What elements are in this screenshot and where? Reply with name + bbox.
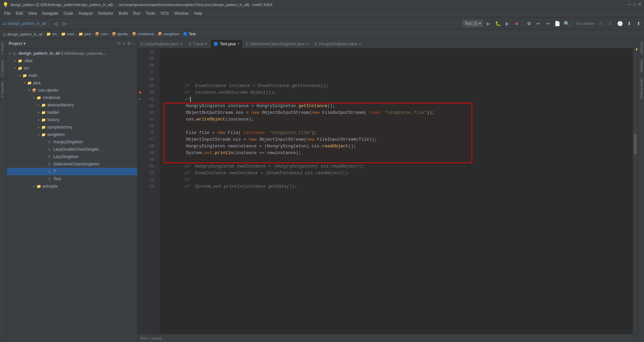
git-check-1[interactable]: ✓ bbox=[597, 19, 605, 28]
close-btn[interactable]: ✕ bbox=[638, 2, 641, 7]
linenum-43: 43 bbox=[142, 109, 157, 116]
design-pattern-project-link[interactable]: 🗂 design_pattern_in_all bbox=[1, 21, 47, 26]
tree-item-src[interactable]: ▾ 📁 src bbox=[7, 64, 137, 72]
right-tab-ant[interactable]: Ant Build bbox=[638, 39, 644, 57]
tree-item-staticinnerclass[interactable]: C StaticInnerClassSingleton bbox=[7, 160, 137, 168]
editor-content[interactable]: 🔖 ▶ 34 35 36 37 bbox=[138, 48, 637, 334]
breadcrumb-item-7[interactable]: 📦 songleton bbox=[158, 32, 179, 36]
menu-item-file[interactable]: File bbox=[1, 10, 13, 16]
arrow-factory: ▸ bbox=[36, 118, 41, 121]
menu-item-tools[interactable]: Tools bbox=[143, 10, 158, 16]
tree-item-builder[interactable]: ▸ 📁 builder bbox=[7, 109, 137, 116]
stop-btn[interactable]: ■ bbox=[513, 19, 521, 28]
menu-item-edit[interactable]: Edit bbox=[13, 10, 25, 16]
tree-item-main[interactable]: ▾ 📁 main bbox=[7, 72, 137, 79]
label-java: java bbox=[33, 81, 41, 85]
menu-item-help[interactable]: Help bbox=[191, 10, 205, 16]
close-panel-btn[interactable]: − bbox=[133, 41, 135, 46]
breadcrumb-project-icon: 🗂 bbox=[3, 32, 7, 37]
menu-item-navigate[interactable]: Navigate bbox=[40, 10, 61, 16]
tree-item-principle[interactable]: ▸ 📁 principle bbox=[7, 183, 137, 190]
tab-label-lazysingleton: LazySingleton.java bbox=[145, 42, 179, 46]
menu-item-refactor[interactable]: Refactor bbox=[96, 10, 116, 16]
forward-btn[interactable]: ▷ bbox=[61, 19, 69, 28]
breadcrumb-item-0[interactable]: design_pattern_in_all bbox=[7, 32, 43, 36]
sync-btn[interactable]: ⟳ bbox=[117, 41, 121, 46]
minimize-btn[interactable]: ─ bbox=[628, 2, 631, 7]
menu-item-window[interactable]: Window bbox=[171, 10, 191, 16]
menu-item-code[interactable]: Code bbox=[61, 10, 76, 16]
tab-close-test[interactable]: ✕ bbox=[237, 42, 240, 46]
coverage-btn[interactable]: ▶ bbox=[503, 19, 511, 28]
right-tab-maven[interactable]: Maven Projects bbox=[638, 76, 644, 102]
breadcrumb-item-6[interactable]: 📦 creational bbox=[132, 32, 154, 36]
project-panel: Project ▾ ⟳ ≡ ⚙ − ▾ 🗂 design_pattern_in_… bbox=[7, 39, 138, 342]
git-history[interactable]: 🕐 bbox=[616, 19, 624, 28]
settings-icon[interactable]: ⚙ bbox=[127, 41, 131, 46]
debug-btn[interactable]: 🐛 bbox=[494, 19, 502, 28]
tree-item-t[interactable]: C T bbox=[7, 168, 137, 175]
editor-scrollbar[interactable] bbox=[633, 48, 637, 334]
breadcrumb-item-3[interactable]: 📁 java bbox=[78, 32, 91, 36]
tab-staticinnerclass[interactable]: C StaticInnerClassSingleton.java ✕ bbox=[243, 39, 312, 48]
tree-item-root[interactable]: ▾ 🗂 design_pattern_in_all E:\IDEA\design… bbox=[7, 50, 137, 57]
label-songleton: songleton bbox=[47, 132, 65, 137]
tree-item-abstractfactory[interactable]: ▸ 📁 abstractfactory bbox=[7, 101, 137, 109]
tab-hungrysingleton[interactable]: C HungrySingleton.java ✕ bbox=[312, 39, 364, 48]
menu-item-build[interactable]: Build bbox=[116, 10, 130, 16]
tree-item-factory[interactable]: ▸ 📁 factory bbox=[7, 116, 137, 124]
tree-item-songleton[interactable]: ▾ 📁 songleton bbox=[7, 131, 137, 138]
tree-item-lazydoublecheck[interactable]: C LazyDoubleCheckSinglet... bbox=[7, 146, 137, 153]
tab-close-t[interactable]: ✕ bbox=[205, 42, 207, 46]
run-btn[interactable]: ▶ bbox=[484, 19, 492, 28]
tree-item-java[interactable]: ▾ 📁 java bbox=[7, 79, 137, 87]
tab-t[interactable]: C T.java ✕ bbox=[185, 39, 210, 48]
tree-item-comqianliu[interactable]: ▾ 📦 com.qianliu bbox=[7, 87, 137, 94]
copy-path-btn[interactable]: 📄 bbox=[553, 19, 561, 28]
tree-item-creational[interactable]: ▾ 📁 creational bbox=[7, 94, 137, 101]
git-pull[interactable]: ⬇ bbox=[625, 19, 633, 28]
run-config-selector[interactable]: Test (3) ▾ bbox=[462, 20, 483, 27]
gutter-34 bbox=[138, 49, 142, 56]
code-line-52: // EnumInstance newInstance = (EnumInsta… bbox=[164, 170, 633, 177]
tab-close-staticinnerclass[interactable]: ✕ bbox=[306, 42, 309, 46]
breadcrumb-item-2[interactable]: 📁 main bbox=[61, 32, 75, 36]
collapse-all-btn[interactable]: ≡ bbox=[123, 41, 125, 46]
title-bar: 💡 design_pattern [E:\IDEA\design_pattern… bbox=[0, 0, 644, 9]
back-btn[interactable]: ◁ bbox=[52, 19, 60, 28]
maximize-btn[interactable]: □ bbox=[633, 2, 636, 7]
editor-breadcrumb: Test > main() bbox=[138, 334, 637, 342]
redo-btn[interactable]: ↪ bbox=[544, 19, 552, 28]
arrow-samplefactory: ▸ bbox=[36, 126, 41, 129]
breadcrumb-item-4[interactable]: 📦 com bbox=[95, 32, 108, 36]
git-push[interactable]: ⬆ bbox=[635, 19, 643, 28]
undo-btn[interactable]: ↩ bbox=[534, 19, 542, 28]
toolbar-sep-3 bbox=[523, 20, 523, 27]
breadcrumb-item-1[interactable]: 📁 src bbox=[46, 32, 57, 36]
left-tab-project[interactable]: 1: Project bbox=[0, 39, 6, 57]
tab-lazysingleton[interactable]: C LazySingleton.java ✕ bbox=[138, 39, 185, 48]
menu-item-view[interactable]: View bbox=[25, 10, 40, 16]
search-everywhere-btn[interactable]: 🔍 bbox=[562, 19, 571, 28]
menu-item-vcs[interactable]: VCS bbox=[158, 10, 172, 16]
tree-item-hungrysingleton[interactable]: C HungrySingleton bbox=[7, 138, 137, 146]
tree-item-idea[interactable]: ▸ 📁 .idea bbox=[7, 57, 137, 64]
tab-test[interactable]: 🔵 Test.java ✕ bbox=[210, 39, 243, 48]
breadcrumb-item-8[interactable]: 🔵 Test bbox=[183, 32, 196, 36]
menu-item-run[interactable]: Run bbox=[130, 10, 143, 16]
menu-item-analyze[interactable]: Analyze bbox=[76, 10, 96, 16]
tree-item-lazysingleton[interactable]: C LazySingleton bbox=[7, 153, 137, 160]
code-area[interactable]: // EnumInstance instance = EnumInstance.… bbox=[160, 48, 633, 334]
tab-close-hungrysingleton[interactable]: ✕ bbox=[359, 42, 361, 46]
settings-btn[interactable]: ⚙ bbox=[525, 19, 533, 28]
right-tab-database[interactable]: Database bbox=[638, 57, 644, 76]
left-tab-favorites[interactable]: 2: Favorites bbox=[0, 79, 6, 100]
label-builder: builder bbox=[47, 110, 59, 115]
tree-item-samplefactory[interactable]: ▸ 📁 samplefactory bbox=[7, 124, 137, 131]
git-check-2[interactable]: ✓ bbox=[606, 19, 614, 28]
tab-close-lazysingleton[interactable]: ✕ bbox=[180, 42, 182, 46]
tree-item-test[interactable]: C Test bbox=[7, 175, 137, 183]
left-tab-structure[interactable]: Z: Structure bbox=[0, 57, 6, 79]
scrollbar-thumb[interactable] bbox=[634, 134, 637, 154]
breadcrumb-item-5[interactable]: 📦 qianliu bbox=[112, 32, 128, 36]
